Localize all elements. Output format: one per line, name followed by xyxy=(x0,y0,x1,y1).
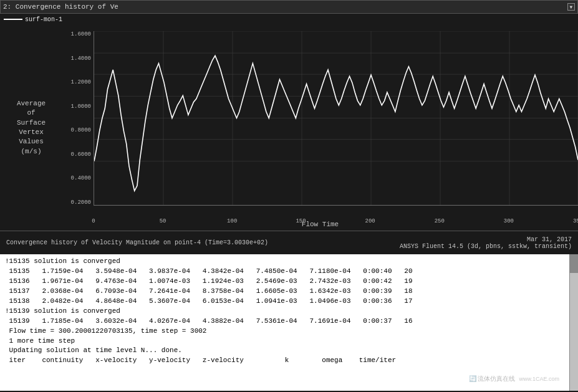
chart-inner: 1.6000 1.4000 1.2000 1.0000 0.8000 0.600… xyxy=(62,25,578,231)
scroll-thumb[interactable] xyxy=(570,254,578,273)
console-scrollbar[interactable] xyxy=(569,254,578,391)
watermark-url: www.1CAE.com xyxy=(519,376,559,382)
y-axis-label: Average of Surface Vertex Values (m/s) xyxy=(0,25,62,231)
x-axis-label: Flow Time xyxy=(302,221,339,228)
status-date: Mar 31, 2017 xyxy=(400,236,572,243)
console-area: !15135 solution is converged 15135 1.715… xyxy=(0,254,578,391)
console-line-1: !15135 solution is converged xyxy=(5,257,573,267)
legend-item: surf-mon-1 xyxy=(4,16,62,23)
title-dropdown-button[interactable]: ▼ xyxy=(567,3,575,11)
legend-label: surf-mon-1 xyxy=(25,16,62,23)
console-line-8: Flow time = 300.20001220703135, time ste… xyxy=(5,327,573,337)
status-version: ANSYS Fluent 14.5 (3d, pbns, sstkw, tran… xyxy=(400,243,572,250)
watermark-logo-text: 🔄 流体仿真在线 xyxy=(469,375,516,383)
console-line-7: 15139 1.7185e-04 3.6032e-04 4.0267e-04 4… xyxy=(5,317,573,327)
console-line-12: iter continuity x-velocity y-velocity z-… xyxy=(5,356,573,366)
status-right: Mar 31, 2017 ANSYS Fluent 14.5 (3d, pbns… xyxy=(400,236,572,250)
chart-plot xyxy=(94,31,578,206)
legend-bar: surf-mon-1 xyxy=(0,14,578,25)
console-line-5: 15138 2.0482e-04 4.8648e-04 5.3607e-04 6… xyxy=(5,297,573,307)
console-wrapper: !15135 solution is converged 15135 1.715… xyxy=(0,254,578,391)
console-line-4: 15137 2.0368e-04 6.7093e-04 7.2641e-04 8… xyxy=(5,287,573,297)
y-ticks: 1.6000 1.4000 1.2000 1.0000 0.8000 0.600… xyxy=(62,31,94,206)
console-line-11: Updating solution at time level N... don… xyxy=(5,346,573,356)
console-line-9: 1 more time step xyxy=(5,337,573,347)
legend-line-surf xyxy=(4,19,22,20)
console-line-6: !15139 solution is converged xyxy=(5,307,573,317)
console-line-3: 15136 1.9671e-04 9.4763e-04 1.0074e-03 1… xyxy=(5,277,573,287)
watermark: 🔄 流体仿真在线 www.1CAE.com xyxy=(469,375,559,383)
title-bar: 2: Convergence history of Ve ▼ xyxy=(0,0,578,14)
status-bar: Convergence history of Velocity Magnitud… xyxy=(0,231,578,254)
title-bar-text: 2: Convergence history of Ve xyxy=(3,3,566,11)
status-left-text: Convergence history of Velocity Magnitud… xyxy=(6,239,268,246)
console-line-2: 15135 1.7159e-04 3.5948e-04 3.9837e-04 4… xyxy=(5,267,573,277)
chart-container: Average of Surface Vertex Values (m/s) 1… xyxy=(0,25,578,231)
